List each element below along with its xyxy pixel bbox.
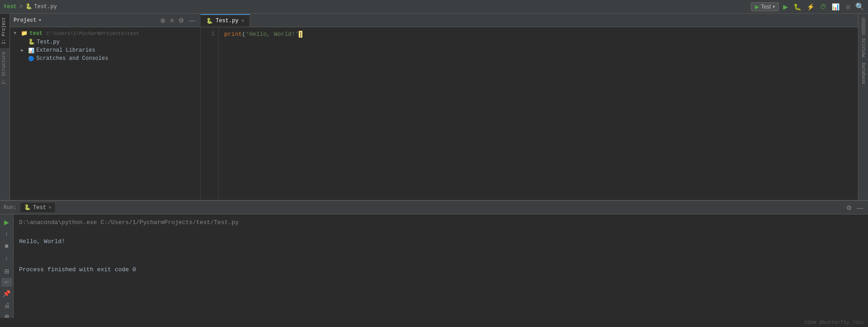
sciview-tab[interactable]: SciView xyxy=(860,35,867,60)
code-paren-close: ) xyxy=(299,31,302,38)
watermark: CSDN @butterfly_701c xyxy=(0,318,868,327)
run-tab-close[interactable]: × xyxy=(49,205,52,210)
run-panel-settings-button[interactable]: ⚙ xyxy=(845,204,853,212)
concurrency-diagram-button[interactable]: 📊 xyxy=(830,2,841,12)
run-config-icon: ▶ xyxy=(755,4,759,10)
code-keyword-print: print xyxy=(224,31,242,38)
run-tab-test[interactable]: 🐍 Test × xyxy=(20,203,55,212)
main-area: 1: Project 2: Structure Project ▾ ⊕ ≡ ⚙ … xyxy=(0,14,868,200)
tree-label-extlibs: External Libraries xyxy=(36,47,95,54)
run-with-coverage-button[interactable]: ⚡ xyxy=(805,2,816,12)
scroll-down-button[interactable]: ↓ xyxy=(1,253,12,263)
python-file-icon: 🐍 xyxy=(28,39,35,45)
print-run-button[interactable]: 🖨 xyxy=(1,300,12,310)
profile-button[interactable]: ⏱ xyxy=(819,2,828,12)
stop-run-button[interactable]: ■ xyxy=(1,241,12,251)
bottom-content: ▶ ↑ ■ ↓ ⊞ ↩ 📌 🖨 🗑 D:\anaconda\python.exe… xyxy=(0,215,868,318)
bottom-panel-header: Run: 🐍 Test × ⚙ — xyxy=(0,201,868,215)
left-sidebar-tabs: 1: Project 2: Structure xyxy=(0,14,10,200)
line-number-1: 1 xyxy=(202,31,215,37)
right-strip: SciView Database xyxy=(858,14,868,200)
project-panel-header: Project ▾ ⊕ ≡ ⚙ — xyxy=(10,14,200,27)
extlib-icon: 📊 xyxy=(28,48,35,54)
code-paren-open: ( xyxy=(242,31,246,38)
project-minimize-button[interactable]: — xyxy=(187,16,197,24)
bottom-panel: Run: 🐍 Test × ⚙ — ▶ ↑ ■ ↓ ⊞ ↩ 📌 🖨 🗑 D:\a… xyxy=(0,200,868,327)
project-settings-button[interactable]: ⚙ xyxy=(177,16,186,24)
clear-button[interactable]: 🗑 xyxy=(1,312,12,318)
tree-arrow-root: ▼ xyxy=(14,31,19,36)
tree-label-testpy: Test.py xyxy=(37,39,59,45)
search-button[interactable]: 🔍 xyxy=(855,2,864,11)
line-numbers: 1 xyxy=(201,27,219,200)
editor-tab-testpy[interactable]: 🐍 Test.py × xyxy=(201,14,250,27)
chevron-down-icon: ▾ xyxy=(773,4,775,9)
database-tab[interactable]: Database xyxy=(860,60,867,87)
console-line-cmd: D:\anaconda\python.exe C:/Users/1/Pychar… xyxy=(19,218,863,228)
project-panel: Project ▾ ⊕ ≡ ⚙ — ▼ 📁 test C:\Users\1\Py… xyxy=(10,14,201,200)
run-tab-label: Test xyxy=(33,205,46,211)
run-tab-icon: 🐍 xyxy=(24,204,31,211)
scratches-icon: 🔵 xyxy=(28,56,35,62)
project-dropdown-icon[interactable]: ▾ xyxy=(38,17,41,24)
project-tree: ▼ 📁 test C:\Users\1\PycharmProjects\test… xyxy=(10,27,200,200)
file-name-breadcrumb: 🐍 Test.py xyxy=(25,3,57,10)
run-config-label: Test xyxy=(761,4,771,10)
code-content[interactable]: print('Hello, World!') xyxy=(219,27,858,200)
pin-button[interactable]: 📌 xyxy=(1,288,12,298)
panel-action-buttons: ⊕ ≡ ⚙ — xyxy=(159,16,197,24)
console-output: D:\anaconda\python.exe C:/Users/1/Pychar… xyxy=(14,215,868,318)
debug-button[interactable]: 🐛 xyxy=(792,2,803,12)
tree-item-extlibs[interactable]: ▶ 📊 External Libraries xyxy=(10,46,200,54)
tree-item-scratches[interactable]: 🔵 Scratches and Consoles xyxy=(10,54,200,63)
console-line-exit: Process finished with exit code 0 xyxy=(19,265,863,275)
project-name: test xyxy=(4,4,17,10)
tree-item-testpy[interactable]: 🐍 Test.py xyxy=(10,38,200,46)
sidebar-tab-structure[interactable]: 2: Structure xyxy=(0,48,10,88)
breadcrumb: test > 🐍 Test.py xyxy=(4,3,57,10)
soft-wrap-button[interactable]: ↩ xyxy=(1,278,12,287)
tree-arrow-extlibs: ▶ xyxy=(21,48,26,53)
bottom-panel-actions: ⚙ — xyxy=(845,204,864,212)
run-panel-minimize-button[interactable]: — xyxy=(855,204,864,212)
run-config-button[interactable]: ▶ Test ▾ xyxy=(751,2,779,11)
tab-python-icon: 🐍 xyxy=(206,18,213,24)
run-button[interactable]: ▶ xyxy=(782,2,789,12)
title-bar: test > 🐍 Test.py ▶ Test ▾ ▶ 🐛 ⚡ ⏱ 📊 ⏹ 🔍 xyxy=(0,0,868,14)
tree-label-scratches: Scratches and Consoles xyxy=(36,55,108,62)
breadcrumb-separator: > xyxy=(20,4,23,10)
toolbar-actions: ▶ Test ▾ ▶ 🐛 ⚡ ⏱ 📊 ⏹ 🔍 xyxy=(751,2,864,12)
tab-close-button[interactable]: × xyxy=(241,18,244,24)
project-title-label: Project xyxy=(14,17,36,24)
editor-scrollbar[interactable] xyxy=(862,17,865,35)
scroll-up-button[interactable]: ↑ xyxy=(1,229,12,239)
stop-button[interactable]: ⏹ xyxy=(843,2,853,12)
sidebar-tab-project[interactable]: 1: Project xyxy=(0,14,10,48)
editor-tabs: 🐍 Test.py × xyxy=(201,14,858,27)
console-line-hello: Hello, World! xyxy=(19,237,863,247)
bottom-toolbar: ▶ ↑ ■ ↓ ⊞ ↩ 📌 🖨 🗑 xyxy=(0,215,14,318)
project-collapse-button[interactable]: ≡ xyxy=(169,16,175,24)
python-icon-breadcrumb: 🐍 xyxy=(25,3,32,10)
layout-button[interactable]: ⊞ xyxy=(1,266,12,276)
tree-label-root: test xyxy=(30,30,43,37)
run-again-button[interactable]: ▶ xyxy=(1,217,12,227)
project-panel-title: Project ▾ xyxy=(14,17,42,24)
tree-item-root[interactable]: ▼ 📁 test C:\Users\1\PycharmProjects\test xyxy=(10,29,200,38)
tree-path-root: C:\Users\1\PycharmProjects\test xyxy=(46,31,139,36)
code-string: 'Hello, World!' xyxy=(246,31,299,38)
folder-icon-root: 📁 xyxy=(21,30,28,37)
run-label: Run: xyxy=(4,205,17,211)
tab-label: Test.py xyxy=(216,18,238,24)
code-editor[interactable]: 1 print('Hello, World!') xyxy=(201,27,858,200)
editor-area: 🐍 Test.py × 1 print('Hello, World!') xyxy=(201,14,858,200)
project-globe-button[interactable]: ⊕ xyxy=(159,16,167,24)
